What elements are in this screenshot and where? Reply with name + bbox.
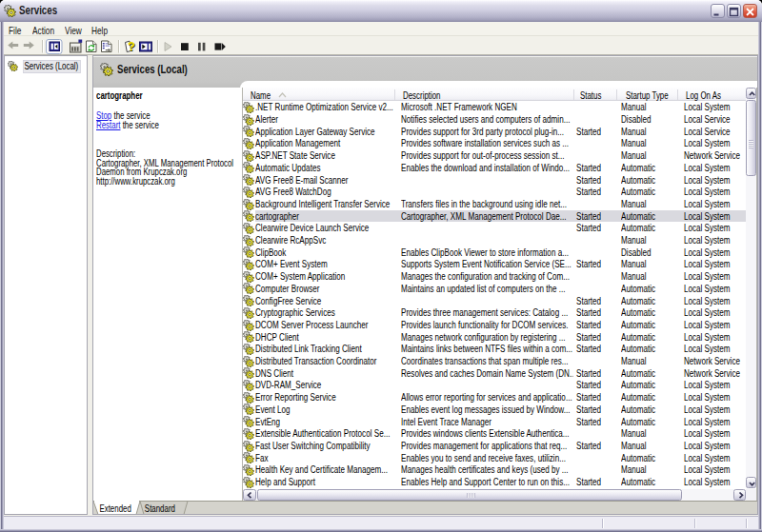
svg-text:Extended: Extended — [99, 503, 130, 514]
svg-text:Standard: Standard — [145, 503, 175, 514]
svg-text:?: ? — [128, 39, 135, 53]
